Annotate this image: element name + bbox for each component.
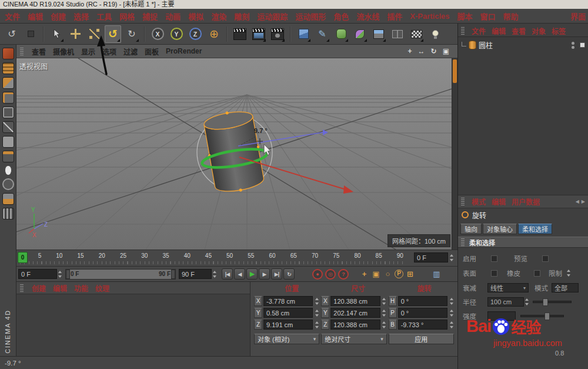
- am-tab-userdata[interactable]: 用户数据: [512, 197, 540, 207]
- enable-checkbox[interactable]: [491, 255, 497, 262]
- material-menu-function[interactable]: 功能: [74, 283, 88, 293]
- scale-tool-icon[interactable]: [86, 25, 102, 43]
- render-view-icon[interactable]: [232, 25, 248, 43]
- enable-snap-icon[interactable]: [2, 178, 14, 190]
- panel-grip-icon[interactable]: [461, 27, 465, 35]
- live-selection-icon[interactable]: [48, 25, 65, 43]
- p-badge-icon[interactable]: P: [395, 270, 403, 278]
- menu-item-create[interactable]: 创建: [51, 11, 66, 22]
- am-tab-edit[interactable]: 编辑: [492, 197, 506, 207]
- material-menu-edit[interactable]: 编辑: [53, 283, 67, 293]
- end-frame-field[interactable]: 90 F: [179, 269, 212, 279]
- rotate-tool-icon[interactable]: ↺: [105, 25, 121, 43]
- current-frame-field[interactable]: 0 F: [18, 269, 57, 279]
- end-frame-spinner[interactable]: [212, 269, 217, 279]
- option-tab-object-axis[interactable]: 对象轴心: [483, 224, 517, 234]
- locked-workplane-icon[interactable]: [2, 193, 14, 205]
- radius-slider-knob[interactable]: [543, 298, 548, 306]
- undo-icon[interactable]: ↺: [4, 25, 20, 43]
- material-light-icon[interactable]: [427, 25, 443, 43]
- menu-item-animate[interactable]: 动画: [165, 11, 181, 22]
- size-x-field[interactable]: 120.388 cm: [330, 296, 380, 306]
- cylinder-object-icon[interactable]: [469, 41, 476, 49]
- workplane-mode-icon[interactable]: [2, 92, 14, 104]
- am-scroll-right-icon[interactable]: ▶: [582, 199, 585, 204]
- menu-item-motion-tracker[interactable]: 运动跟踪: [257, 11, 288, 22]
- pos-x-field[interactable]: -3.778 cm: [263, 296, 313, 306]
- menu-item-script[interactable]: 脚本: [457, 11, 472, 22]
- layout-icon[interactable]: ▥: [432, 270, 442, 278]
- range-start-handle[interactable]: [66, 270, 70, 279]
- pos-y-field[interactable]: 0.58 cm: [263, 308, 313, 318]
- record-keyframe-button[interactable]: ●: [312, 269, 323, 280]
- key-move-icon[interactable]: +: [359, 270, 369, 278]
- coord-mode-dropdown[interactable]: 对象 (相对)▾: [254, 334, 319, 344]
- panel-grip-icon[interactable]: [20, 284, 24, 292]
- menu-item-file[interactable]: 文件: [5, 11, 20, 22]
- goto-start-button[interactable]: |◀: [222, 268, 233, 280]
- om-menu-view[interactable]: 查看: [512, 26, 526, 36]
- object-state-icon[interactable]: [580, 42, 585, 48]
- move-tool-icon[interactable]: [67, 25, 83, 43]
- render-region-icon[interactable]: [408, 25, 425, 43]
- texture-mode-icon[interactable]: [2, 77, 14, 89]
- subdivision-surface-button[interactable]: [333, 25, 349, 43]
- menu-item-interface[interactable]: 界面: [570, 9, 588, 24]
- om-menu-tags[interactable]: 标签: [552, 26, 566, 36]
- menu-item-tools[interactable]: 工具: [96, 11, 112, 22]
- option-tab-axis[interactable]: 轴向: [460, 224, 482, 234]
- model-mode-icon[interactable]: [2, 62, 14, 74]
- viewport-menu-panel[interactable]: 面板: [145, 46, 159, 56]
- make-editable-icon[interactable]: [2, 48, 14, 59]
- viewport-solo-icon[interactable]: [5, 165, 12, 175]
- enable-axis-icon[interactable]: [2, 151, 14, 162]
- rot-h-field[interactable]: 0 °: [398, 296, 447, 306]
- viewport-menu-filter[interactable]: 过滤: [123, 46, 138, 56]
- timeline-range-slider[interactable]: 0 F 90 F: [65, 269, 176, 280]
- material-menu-create[interactable]: 创建: [32, 283, 46, 293]
- size-y-spinner[interactable]: [382, 308, 387, 318]
- object-name[interactable]: 圆柱: [479, 40, 493, 50]
- menu-item-select[interactable]: 选择: [74, 11, 89, 22]
- quantize-icon[interactable]: [2, 208, 14, 220]
- om-menu-edit[interactable]: 编辑: [492, 26, 506, 36]
- pos-x-spinner[interactable]: [314, 296, 319, 306]
- viewport-menu-prorender[interactable]: ProRender: [166, 47, 202, 55]
- radius-field[interactable]: 100 cm: [487, 297, 524, 307]
- environment-button[interactable]: [370, 25, 387, 43]
- strength-field[interactable]: [487, 311, 516, 321]
- rot-h-spinner[interactable]: [449, 296, 454, 306]
- menu-item-plugins[interactable]: 插件: [387, 11, 402, 22]
- next-frame-button[interactable]: ▶: [259, 268, 270, 280]
- key-window-icon[interactable]: ▣: [371, 270, 381, 278]
- menu-item-mesh[interactable]: 网格: [119, 11, 135, 22]
- autokey-button[interactable]: ◎: [325, 269, 336, 280]
- pos-z-spinner[interactable]: [314, 320, 319, 330]
- render-picture-viewer-icon[interactable]: [250, 25, 267, 43]
- rot-b-field[interactable]: -9.733 °: [398, 320, 447, 330]
- limit-spinner[interactable]: [566, 268, 571, 278]
- rot-b-spinner[interactable]: [449, 320, 454, 330]
- radius-slider[interactable]: [533, 301, 572, 303]
- deformer-button[interactable]: [352, 25, 368, 43]
- loop-button[interactable]: ↻: [283, 268, 295, 280]
- timeline-ruler[interactable]: 05 1015 2025 3035 4045 5055 6065 7075 80…: [16, 250, 457, 266]
- rot-p-field[interactable]: 0 °: [398, 308, 447, 318]
- maximize-view-icon[interactable]: ▣: [443, 47, 449, 55]
- object-visibility-dots[interactable]: [572, 42, 574, 49]
- edges-mode-icon[interactable]: [2, 121, 14, 133]
- key-circle-icon[interactable]: ○: [383, 270, 393, 278]
- rot-p-spinner[interactable]: [449, 308, 454, 318]
- strength-slider[interactable]: [520, 315, 564, 317]
- menu-item-pipeline[interactable]: 流水线: [356, 11, 379, 22]
- om-menu-file[interactable]: 文件: [472, 26, 486, 36]
- soft-selection-section-header[interactable]: 柔和选择: [458, 237, 588, 248]
- menu-item-edit[interactable]: 编辑: [28, 11, 43, 22]
- current-frame-spinner[interactable]: [57, 269, 62, 279]
- eraser-checkbox[interactable]: [534, 270, 540, 277]
- falloff-dropdown[interactable]: 线性▾: [487, 283, 529, 292]
- render-settings-icon[interactable]: [269, 25, 286, 43]
- option-tab-soft-selection[interactable]: 柔和选择: [518, 224, 552, 234]
- viewport-menu-display[interactable]: 显示: [81, 46, 95, 56]
- material-menu-texture[interactable]: 纹理: [95, 283, 109, 293]
